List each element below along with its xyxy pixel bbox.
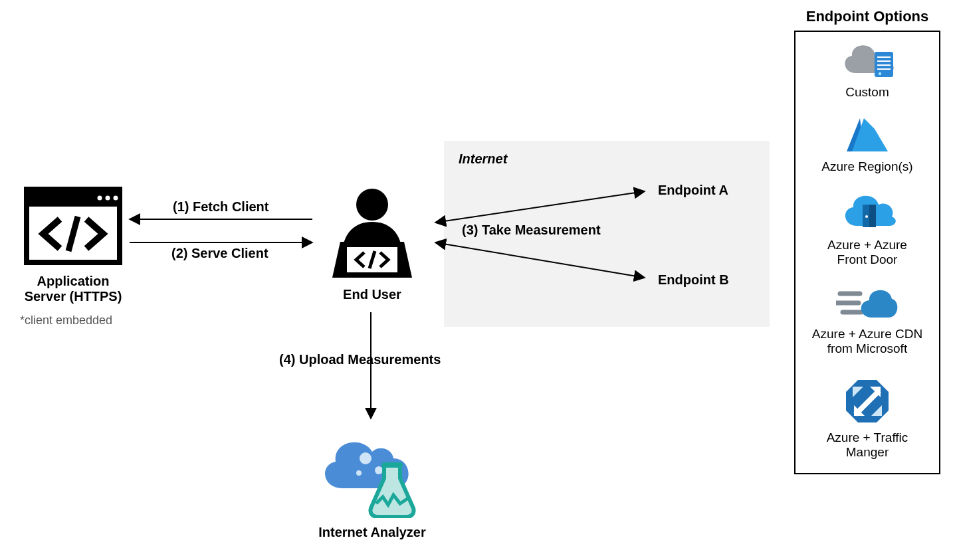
cloud-door-icon [837, 191, 897, 233]
cloud-analyzer-icon [312, 425, 425, 518]
step-2-label: (2) Serve Client [171, 246, 268, 261]
svg-point-7 [98, 196, 102, 201]
option-traffic-manager-label: Azure + Traffic Manger [796, 430, 939, 460]
svg-point-26 [865, 215, 868, 218]
option-custom-label: Custom [796, 85, 939, 100]
code-window-icon [23, 186, 123, 266]
svg-point-14 [360, 452, 371, 464]
endpoint-options-box: Custom Azure Region(s) Azure + Azure Fro… [794, 31, 940, 474]
svg-point-23 [879, 72, 881, 75]
step-3-label: (3) Take Measurement [462, 223, 601, 238]
svg-rect-25 [869, 205, 876, 227]
svg-point-16 [356, 470, 362, 476]
azure-icon [844, 116, 891, 154]
svg-line-2 [435, 191, 645, 223]
svg-point-11 [356, 189, 388, 221]
svg-point-9 [114, 196, 118, 201]
svg-rect-17 [381, 462, 403, 468]
traffic-manager-icon [843, 377, 891, 425]
option-azure-region: Azure Region(s) [796, 116, 939, 174]
internet-analyzer-label: Internet Analyzer [312, 525, 432, 540]
step-1-label: (1) Fetch Client [173, 199, 268, 215]
endpoint-options-title: Endpoint Options [794, 8, 940, 25]
option-front-door-label: Azure + Azure Front Door [796, 238, 939, 267]
app-server-note: *client embedded [20, 314, 112, 327]
end-user-label: End User [339, 287, 405, 302]
cloud-cdn-icon [836, 284, 899, 322]
user-icon [326, 186, 419, 282]
svg-line-3 [435, 242, 645, 278]
option-front-door: Azure + Azure Front Door [796, 191, 939, 267]
cloud-server-icon [837, 40, 897, 80]
option-azure-region-label: Azure Region(s) [796, 159, 939, 174]
option-cdn: Azure + Azure CDN from Microsoft [796, 284, 939, 356]
app-server-label: Application Server (HTTPS) [13, 274, 133, 304]
option-traffic-manager: Azure + Traffic Manger [796, 377, 939, 460]
step-4-label: (4) Upload Measurements [279, 352, 441, 367]
svg-point-15 [375, 466, 383, 474]
option-custom: Custom [796, 40, 939, 100]
option-cdn-label: Azure + Azure CDN from Microsoft [796, 327, 939, 356]
svg-point-8 [106, 196, 110, 201]
